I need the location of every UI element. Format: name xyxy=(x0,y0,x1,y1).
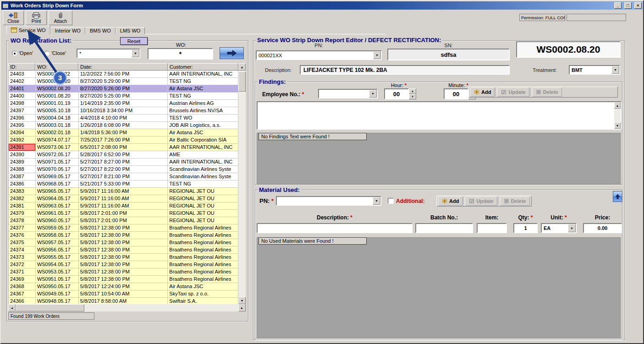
wo-filter-combo[interactable]: * ▼ xyxy=(77,49,140,58)
table-row[interactable]: 24386WS0968.05.175/21/2017 5:33:00 PMTES… xyxy=(9,180,238,188)
material-description-input[interactable] xyxy=(257,223,413,233)
tab-service-wo[interactable]: Service WO xyxy=(6,26,50,34)
treatment-combo-dropdown-icon[interactable]: ▼ xyxy=(611,66,619,74)
findings-text-area[interactable] xyxy=(257,101,622,130)
table-row[interactable]: 24388WS0970.05.175/27/2017 8:22:00 PMSca… xyxy=(9,166,238,173)
findings-scroll-track[interactable] xyxy=(614,109,621,122)
table-row[interactable]: 24394WS0002.01.181/4/2018 5:36:00 PMAir … xyxy=(9,129,238,137)
hour-spin-down-icon[interactable]: ▼ xyxy=(409,94,416,99)
batch-no-input[interactable] xyxy=(415,223,473,233)
wo-filter-combo-dropdown-icon[interactable]: ▼ xyxy=(132,49,139,57)
table-row[interactable]: 24391WS0973.06.176/5/2017 2:08:00 PMAAR … xyxy=(9,144,238,151)
tab-lms-wo[interactable]: LMS WO xyxy=(116,27,145,34)
table-row[interactable]: 24387WS0969.05.175/27/2017 8:21:00 PMSca… xyxy=(9,173,238,180)
go-button[interactable] xyxy=(220,47,244,59)
price-input[interactable]: 0.00 xyxy=(583,223,622,233)
table-row[interactable]: 24402WS0003.08.208/27/2020 5:29:00 PMTES… xyxy=(9,78,238,85)
table-row[interactable]: 24379WS0961.05.175/8/2017 2:01:00 PMREGI… xyxy=(9,210,238,217)
table-row[interactable]: 24372WS0954.05.175/8/2017 12:38:00 PMBra… xyxy=(9,261,238,268)
table-row[interactable]: 24373WS0955.05.175/8/2017 12:38:00 PMBra… xyxy=(9,254,238,261)
scroll-to-top-button[interactable] xyxy=(613,191,622,202)
column-header-date[interactable]: Date: xyxy=(78,63,168,71)
column-header-wo[interactable]: WO: xyxy=(35,63,78,71)
reset-button[interactable]: Reset xyxy=(120,37,148,45)
table-row[interactable]: 24382WS0964.05.175/9/2017 11:16:00 AMREG… xyxy=(9,195,238,202)
minute-value[interactable]: 00 xyxy=(444,88,468,99)
wo-table-vscrollbar[interactable] xyxy=(238,63,246,304)
material-pn-combo-dropdown-icon[interactable]: ▼ xyxy=(373,197,380,205)
column-header-customer[interactable]: Customer: xyxy=(168,63,238,71)
table-row[interactable]: 24396WS0004.04.184/4/2018 4:10:00 PMTEST… xyxy=(9,115,238,122)
table-row[interactable]: 24397WS0005.10.1810/16/2018 3:34:00 PMBr… xyxy=(9,107,238,115)
findings-add-button[interactable]: Add xyxy=(470,87,495,97)
table-row[interactable]: 24389WS0971.05.175/27/2017 8:27:00 PMAAR… xyxy=(9,158,238,166)
hour-value[interactable]: 00 xyxy=(384,88,409,99)
cell-customer: AME xyxy=(168,151,238,158)
findings-delete-button[interactable]: Delete xyxy=(532,87,562,97)
item-input[interactable] xyxy=(477,223,507,233)
table-row[interactable]: 24375WS0957.05.175/8/2017 12:38:00 PMBra… xyxy=(9,239,238,246)
table-row[interactable]: 24366WS0948.05.175/8/2017 8:58:00 AMSwif… xyxy=(9,298,238,304)
table-row[interactable]: 24367WS0949.05.175/8/2017 10:54:00 AMSky… xyxy=(9,290,238,298)
pn-combo-dropdown-icon[interactable]: ▼ xyxy=(373,51,381,59)
material-delete-button[interactable]: Delete xyxy=(500,197,530,206)
employee-no-label: Employee No.: * xyxy=(262,91,304,98)
tab-bms-wo[interactable]: BMS WO xyxy=(85,27,116,34)
hour-spin-up-icon[interactable]: ▲ xyxy=(409,88,416,94)
table-row[interactable]: 24383WS0965.05.175/9/2017 11:16:00 AMREG… xyxy=(9,188,238,195)
attach-button[interactable]: Attach xyxy=(49,11,72,25)
treatment-combo[interactable]: BMT ▼ xyxy=(569,65,620,75)
table-row[interactable]: 24374WS0956.05.175/8/2017 12:38:00 PMBra… xyxy=(9,246,238,254)
scroll-up-icon[interactable]: ▲ xyxy=(238,63,246,71)
table-row[interactable]: 24381WS0963.05.175/9/2017 11:16:00 AMREG… xyxy=(9,202,238,210)
close-window-button[interactable]: × xyxy=(634,2,642,9)
material-update-button[interactable]: Update xyxy=(465,197,497,206)
minimize-button[interactable]: _ xyxy=(614,2,622,9)
radio-open[interactable]: 'Open' xyxy=(12,50,33,56)
table-row[interactable]: 24400WS0001.08.208/27/2020 5:25:00 PMTES… xyxy=(9,93,238,100)
table-row[interactable]: 24371WS0953.05.175/8/2017 12:38:00 PMBra… xyxy=(9,268,238,276)
table-row[interactable]: 24401WS0002.08.208/27/2020 5:26:00 PMAir… xyxy=(9,85,238,93)
material-add-button[interactable]: Add xyxy=(438,197,462,206)
table-row[interactable]: 24369WS0951.05.175/8/2017 12:38:00 PMBra… xyxy=(9,276,238,283)
tab-interior-wo[interactable]: Interior WO xyxy=(50,27,85,34)
table-row[interactable]: 24378WS0960.05.175/8/2017 2:01:00 PMREGI… xyxy=(9,217,238,224)
column-header-id[interactable]: ID: xyxy=(8,63,35,71)
wo-search-input[interactable]: * xyxy=(148,48,213,60)
unit-combo-dropdown-icon[interactable]: ▼ xyxy=(568,224,576,232)
radio-close[interactable]: 'Close' xyxy=(44,50,66,56)
table-row[interactable]: 24368WS0950.05.175/8/2017 12:24:00 PMAir… xyxy=(9,283,238,290)
pn-combo[interactable]: 000021XX ▼ xyxy=(256,50,382,60)
cell-wo: WS0973.06.17 xyxy=(36,144,79,151)
employee-no-combo-dropdown-icon[interactable]: ▼ xyxy=(369,90,377,98)
findings-update-button[interactable]: Update xyxy=(497,87,529,97)
additional-checkbox[interactable] xyxy=(388,198,394,204)
qty-input[interactable]: 1 xyxy=(513,223,538,233)
attach-icon xyxy=(57,12,64,18)
restore-button[interactable]: □ xyxy=(624,2,632,9)
employee-no-combo[interactable]: ▼ xyxy=(318,89,378,98)
scroll-left-icon[interactable]: ◄ xyxy=(8,304,16,311)
scroll-down-icon[interactable]: ▼ xyxy=(238,297,246,304)
hscroll-thumb[interactable] xyxy=(16,304,84,311)
table-row[interactable]: 24395WS0003.01.181/26/2018 6:08:00 PMJOB… xyxy=(9,122,238,129)
cell-id: 24375 xyxy=(9,239,36,246)
material-pn-combo[interactable]: ▼ xyxy=(276,196,381,206)
wo-table-header: ID: WO: Date: Customer: xyxy=(8,63,238,71)
print-button[interactable]: Print xyxy=(26,11,47,25)
hour-spinner[interactable]: 00 ▲ ▼ xyxy=(384,88,416,99)
scroll-right-icon[interactable]: ► xyxy=(238,304,246,311)
findings-scroll-down-icon[interactable]: ▼ xyxy=(614,122,621,129)
findings-scroll-up-icon[interactable]: ▲ xyxy=(614,102,621,109)
table-row[interactable]: 24377WS0959.05.175/8/2017 12:38:00 PMBra… xyxy=(9,224,238,232)
table-row[interactable]: 24392WS0974.07.177/25/2017 7:26:00 PMAir… xyxy=(9,137,238,144)
table-row[interactable]: 24376WS0958.05.175/8/2017 12:38:00 PMBra… xyxy=(9,232,238,239)
table-row[interactable]: 24390WS0972.05.175/28/2017 6:52:00 PMAME xyxy=(9,151,238,158)
vscroll-thumb[interactable] xyxy=(238,71,246,92)
app-window: { "required_marker": "*", "window": { "t… xyxy=(0,0,644,344)
unit-combo[interactable]: EA ▼ xyxy=(541,223,577,233)
close-button[interactable]: Close xyxy=(3,11,24,25)
table-row[interactable]: 24398WS0001.01.191/14/2019 2:35:00 PMAus… xyxy=(9,100,238,107)
additional-label: Additional: xyxy=(396,198,425,204)
table-row[interactable]: 24403WS0001.11.2211/2/2022 7:56:00 PMAAR… xyxy=(9,71,238,78)
